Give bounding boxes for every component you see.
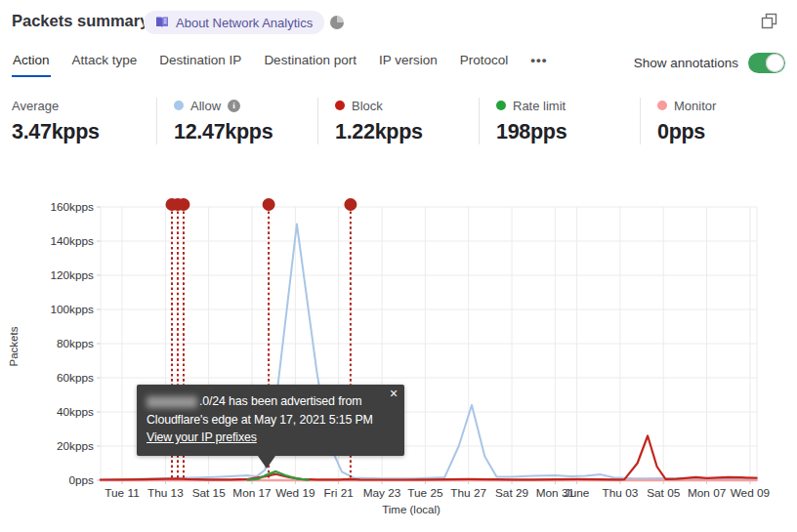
y-tick-label: 0pps — [68, 473, 94, 487]
y-tick-label: 160kpps — [50, 200, 94, 214]
packets-summary-panel: Packets summary About Network Analytics … — [0, 0, 797, 532]
annotation-dot[interactable] — [344, 198, 357, 211]
tooltip-link-row: View your IP prefixes — [147, 429, 395, 447]
y-axis-title: Packets — [8, 326, 20, 366]
tooltip-arrow — [258, 456, 275, 469]
x-tick-label: Wed 09 — [731, 486, 770, 500]
annotation-tooltip: × .0/24 has been advertised from Cloudfl… — [137, 385, 404, 456]
close-icon[interactable]: × — [390, 386, 398, 401]
x-tick-label: Wed 19 — [275, 486, 315, 500]
annotation-dot[interactable] — [263, 198, 275, 211]
x-tick-label: Tue 25 — [407, 486, 443, 500]
tooltip-line-1: .0/24 has been advertised from — [147, 392, 395, 411]
x-tick-label: Thu 13 — [147, 486, 184, 500]
y-tick-label: 20kpps — [57, 439, 94, 453]
x-tick-label: Sat 05 — [647, 486, 681, 500]
x-tick-label: June — [565, 486, 590, 500]
y-tick-label: 120kpps — [50, 268, 94, 282]
redacted-ip-prefix — [147, 396, 197, 408]
y-tick-label: 100kpps — [50, 303, 94, 316]
tooltip-line-2: Cloudflare's edge at May 17, 2021 5:15 P… — [147, 411, 395, 430]
x-tick-label: May 23 — [363, 486, 401, 500]
x-tick-label: Mon 07 — [688, 486, 726, 500]
x-tick-label: Thu 03 — [603, 486, 639, 500]
annotation-dot[interactable] — [177, 198, 189, 211]
y-tick-label: 140kpps — [50, 234, 94, 248]
x-tick-label: Sat 15 — [192, 486, 227, 500]
x-tick-label: Mon 17 — [232, 486, 271, 500]
x-tick-label: Tue 11 — [105, 486, 139, 500]
x-tick-label: Thu 27 — [450, 486, 486, 500]
view-ip-prefixes-link[interactable]: View your IP prefixes — [147, 430, 257, 444]
y-tick-label: 80kpps — [57, 337, 94, 350]
x-tick-label: Sat 29 — [495, 486, 528, 500]
x-tick-label: Fri 21 — [324, 486, 354, 500]
y-tick-label: 60kpps — [57, 371, 94, 385]
y-tick-label: 40kpps — [57, 405, 94, 419]
x-axis-title: Time (local) — [382, 504, 440, 515]
